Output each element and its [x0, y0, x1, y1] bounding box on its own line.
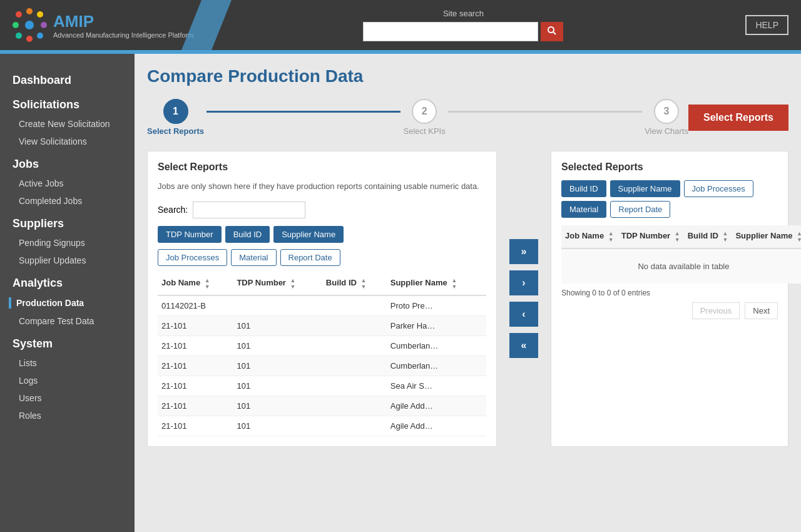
layout: Dashboard Solicitations Create New Solic… — [0, 54, 801, 532]
left-panel: Select Reports Jobs are only shown here … — [147, 151, 497, 447]
step-1-label: Select Reports — [147, 126, 204, 136]
svg-point-8 — [37, 33, 43, 39]
transfer-one-left-button[interactable]: ‹ — [509, 302, 538, 327]
table-row[interactable]: 01142021-BProto Pre… — [158, 295, 486, 316]
svg-point-3 — [13, 22, 19, 28]
step-2-circle: 2 — [412, 99, 437, 124]
tag-supplier-name[interactable]: Supplier Name — [273, 226, 344, 243]
header: AMIP Advanced Manufacturing Intelligence… — [0, 0, 801, 50]
table-row[interactable]: 21-101101Sea Air S… — [158, 376, 486, 396]
table-row[interactable]: 21-101101Cumberlan… — [158, 356, 486, 376]
transfer-all-right-button[interactable]: » — [509, 239, 538, 264]
selected-tag-material[interactable]: Material — [561, 201, 606, 218]
col-build-id[interactable]: Build ID ▲▼ — [322, 272, 387, 295]
right-sort-build-id: ▲▼ — [722, 230, 728, 243]
tag-material[interactable]: Material — [231, 249, 276, 266]
sidebar-item-completed-jobs[interactable]: Completed Jobs — [0, 192, 135, 210]
logo-text: AMIP Advanced Manufacturing Intelligence… — [53, 12, 193, 39]
showing-text: Showing 0 to 0 of 0 entries — [561, 289, 778, 297]
help-button[interactable]: HELP — [745, 15, 788, 35]
table-row[interactable]: 21-101101Agile Add… — [158, 416, 486, 436]
right-col-job-name[interactable]: Job Name ▲▼ — [561, 225, 618, 248]
logo-tagline: Advanced Manufacturing Intelligence Plat… — [53, 31, 193, 39]
previous-button[interactable]: Previous — [692, 302, 740, 319]
step-1-group: 1 Select Reports — [147, 99, 204, 136]
search-input[interactable] — [363, 22, 538, 41]
right-col-build-id[interactable]: Build ID ▲▼ — [684, 225, 732, 248]
sidebar-section-jobs[interactable]: Jobs — [0, 150, 135, 175]
svg-point-0 — [16, 11, 22, 18]
table-row[interactable]: 21-101101Agile Add… — [158, 396, 486, 416]
search-icon — [547, 26, 557, 36]
sidebar-section-system[interactable]: System — [0, 330, 135, 354]
sidebar-item-supplier-updates[interactable]: Supplier Updates — [0, 252, 135, 269]
step-line-1 — [207, 111, 400, 113]
info-text: Jobs are only shown here if they have pr… — [158, 180, 486, 193]
sort-job-name: ▲▼ — [205, 277, 210, 290]
selected-tag-build-id[interactable]: Build ID — [561, 180, 606, 197]
step-1-circle: 1 — [163, 99, 188, 124]
svg-point-5 — [41, 22, 47, 28]
logo-area: AMIP Advanced Manufacturing Intelligence… — [13, 8, 193, 43]
transfer-one-right-button[interactable]: › — [509, 270, 538, 295]
selected-tag-supplier-name[interactable]: Supplier Name — [610, 180, 680, 197]
col-supplier-name[interactable]: Supplier Name ▲▼ — [387, 272, 486, 295]
sidebar-item-active-jobs[interactable]: Active Jobs — [0, 175, 135, 192]
sidebar-section-analytics[interactable]: Analytics — [0, 269, 135, 294]
sidebar-item-create-solicitation[interactable]: Create New Solicitation — [0, 115, 135, 133]
sidebar-section-suppliers[interactable]: Suppliers — [0, 210, 135, 234]
sidebar-item-users[interactable]: Users — [0, 389, 135, 407]
step-3-group: 3 View Charts — [645, 99, 688, 136]
svg-point-9 — [548, 27, 554, 33]
col-job-name[interactable]: Job Name ▲▼ — [158, 272, 233, 295]
no-data-text: No data available in table — [561, 248, 801, 284]
sidebar-item-pending-signups[interactable]: Pending Signups — [0, 234, 135, 252]
right-panel-title: Selected Reports — [561, 161, 778, 173]
sort-tdp-number: ▲▼ — [290, 277, 296, 290]
sidebar-item-compare-test-data[interactable]: Compare Test Data — [0, 312, 135, 330]
left-tags-row2: Job Processes Material Report Date — [158, 249, 486, 266]
svg-point-6 — [16, 33, 22, 39]
svg-point-1 — [26, 8, 33, 14]
svg-line-10 — [553, 32, 556, 34]
search-label: Site search — [443, 9, 484, 18]
selected-tag-job-processes[interactable]: Job Processes — [684, 180, 753, 197]
sort-build-id: ▲▼ — [361, 277, 367, 290]
select-reports-button[interactable]: Select Reports — [688, 105, 788, 131]
table-row[interactable]: 21-101101Cumberlan… — [158, 335, 486, 356]
step-line-2 — [448, 111, 642, 113]
sidebar-item-view-solicitations[interactable]: View Solicitations — [0, 133, 135, 150]
right-sort-job-name: ▲▼ — [608, 230, 614, 243]
search-row — [363, 22, 563, 41]
content-area: Select Reports Jobs are only shown here … — [147, 151, 788, 447]
sidebar-item-production-data[interactable]: Production Data — [0, 294, 135, 312]
search-area: Site search — [193, 9, 733, 41]
next-button[interactable]: Next — [745, 302, 778, 319]
left-search-input[interactable] — [193, 202, 305, 218]
left-table: Job Name ▲▼ TDP Number ▲▼ Build ID ▲▼ — [158, 272, 486, 436]
sidebar: Dashboard Solicitations Create New Solic… — [0, 54, 135, 532]
logo-name: AMIP — [53, 12, 193, 31]
sidebar-item-roles[interactable]: Roles — [0, 407, 135, 424]
sidebar-section-solicitations[interactable]: Solicitations — [0, 91, 135, 115]
right-panel: Selected Reports Build ID Supplier Name … — [551, 151, 788, 447]
right-col-supplier-name[interactable]: Supplier Name ▲▼ — [732, 225, 801, 248]
left-search-row: Search: — [158, 202, 486, 218]
right-col-tdp-number[interactable]: TDP Number ▲▼ — [618, 225, 684, 248]
tag-job-processes[interactable]: Job Processes — [158, 249, 227, 266]
sidebar-item-logs[interactable]: Logs — [0, 372, 135, 389]
selected-tag-report-date[interactable]: Report Date — [610, 201, 670, 218]
right-sort-supplier-name: ▲▼ — [797, 230, 801, 243]
pagination-row: Previous Next — [561, 302, 778, 319]
selected-tags-row: Build ID Supplier Name Job Processes Mat… — [561, 180, 778, 218]
search-button[interactable] — [541, 22, 563, 41]
tag-tdp-number[interactable]: TDP Number — [158, 226, 222, 243]
col-tdp-number[interactable]: TDP Number ▲▼ — [233, 272, 322, 295]
tag-build-id[interactable]: Build ID — [225, 226, 270, 243]
sidebar-section-dashboard[interactable]: Dashboard — [0, 66, 135, 91]
tag-report-date[interactable]: Report Date — [280, 249, 340, 266]
sidebar-item-lists[interactable]: Lists — [0, 354, 135, 372]
left-panel-title: Select Reports — [158, 161, 486, 173]
transfer-all-left-button[interactable]: « — [509, 333, 538, 358]
table-row[interactable]: 21-101101Parker Ha… — [158, 315, 486, 335]
